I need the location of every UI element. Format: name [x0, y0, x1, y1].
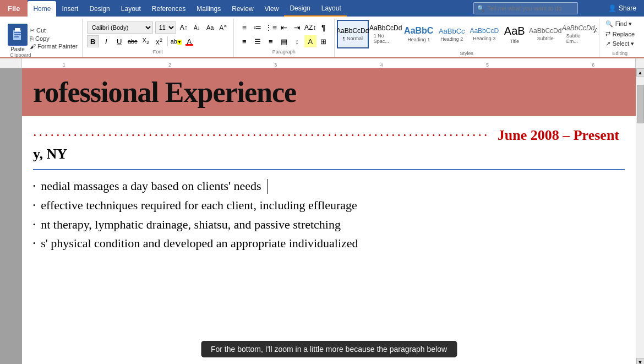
tab-home[interactable]: Home: [28, 1, 56, 17]
scroll-thumb[interactable]: [637, 85, 644, 123]
style-emphasis[interactable]: AaBbCcDd Emphasis: [596, 20, 597, 48]
tab-design[interactable]: Design: [84, 1, 115, 17]
tell-me-box[interactable]: 🔍: [473, 2, 578, 14]
share-button[interactable]: 👤 Share: [601, 0, 644, 17]
svg-rect-4: [14, 36, 19, 37]
style-heading3[interactable]: AaBbCcD Heading 3: [469, 20, 500, 48]
heading-text: rofessional Experience: [33, 77, 296, 108]
font-group: Calibri (Body) 11 A↑ A↓ Aa A✕ B I U abc …: [83, 19, 234, 57]
tab-design2[interactable]: Design: [284, 1, 315, 17]
style-subtle-emphasis[interactable]: AaBbCcDd Subtle Em...: [563, 20, 594, 48]
scroll-track[interactable]: [636, 77, 644, 358]
align-left-button[interactable]: ≡: [238, 35, 250, 47]
search-icon: 🔍: [477, 5, 485, 12]
style-subtitle[interactable]: AaBbCcDd Subtitle: [530, 20, 561, 48]
increase-indent-button[interactable]: ⇥: [291, 21, 303, 34]
superscript-button[interactable]: X2: [153, 35, 165, 47]
style-no-spacing[interactable]: AaBbCcDd 1 No Spac...: [370, 20, 402, 48]
bullet-item-2: • effective techniques required for each…: [33, 197, 625, 214]
bold-button[interactable]: B: [87, 35, 99, 47]
bullet-area: • nedial massages a day based on clients…: [22, 175, 636, 256]
subscript-button[interactable]: X2: [140, 35, 152, 47]
svg-rect-1: [15, 28, 20, 31]
paste-button[interactable]: Paste: [8, 24, 28, 52]
style-heading1[interactable]: AaBbC Heading 1: [403, 20, 435, 48]
bullet-item-4: • s' physical condition and developed an…: [33, 235, 625, 252]
style-heading2[interactable]: AaBbCc Heading 2: [436, 20, 468, 48]
clipboard-group: Paste ✂ Cut ⎘ Copy 🖌 Format Painter Clip…: [3, 19, 83, 57]
font-grow-button[interactable]: A↑: [178, 22, 189, 33]
font-color-button[interactable]: A: [183, 35, 195, 47]
font-group-label: Font: [87, 49, 229, 55]
paste-label: Paste: [10, 46, 25, 52]
svg-rect-3: [14, 34, 21, 35]
find-button[interactable]: 🔍 Find ▾: [604, 20, 636, 28]
styles-group: AaBbCcDd ¶ Normal AaBbCcDd 1 No Spac... …: [335, 19, 599, 57]
clipboard-label: Clipboard: [10, 52, 31, 58]
tab-layout2[interactable]: Layout: [316, 1, 347, 17]
tell-me-input[interactable]: [487, 5, 574, 12]
right-scrollbar[interactable]: ▲ ▼: [636, 68, 644, 364]
tab-view[interactable]: View: [259, 1, 285, 17]
ribbon-tabs: Home Insert Design Layout References Mai…: [28, 0, 346, 17]
paragraph-group-label: Paragraph: [238, 49, 330, 55]
borders-button[interactable]: ⊞: [318, 35, 330, 47]
editing-group-label: Editing: [604, 51, 636, 56]
numbering-button[interactable]: ≔: [252, 21, 264, 34]
decrease-indent-button[interactable]: ⇤: [278, 21, 290, 34]
select-button[interactable]: ↗ Select ▾: [604, 40, 636, 48]
editing-group: 🔍 Find ▾ ⇄ Replace ↗ Select ▾ Editing: [599, 19, 641, 57]
tab-references[interactable]: References: [146, 1, 191, 17]
strikethrough-button[interactable]: abc: [127, 35, 139, 47]
underline-button[interactable]: U: [113, 35, 125, 47]
bullet-item-3: • nt therapy, lymphatic drainage, shiats…: [33, 216, 625, 233]
bullet-item-1: • nedial massages a day based on clients…: [33, 178, 625, 195]
align-right-button[interactable]: ≡: [265, 35, 277, 47]
location-text: y, NY: [22, 144, 636, 165]
italic-button[interactable]: I: [100, 35, 112, 47]
font-shrink-button[interactable]: A↓: [192, 22, 203, 33]
paragraph-group: ≡ ≔ ⋮≡ ⇤ ⇥ AZ↕ ¶ ≡ ☰ ≡ ▤ ↕ A ⊞ Paragraph: [234, 19, 335, 57]
replace-button[interactable]: ⇄ Replace: [604, 30, 636, 38]
text-highlight-button[interactable]: ab▼: [170, 35, 182, 47]
ribbon-body: Paste ✂ Cut ⎘ Copy 🖌 Format Painter Clip…: [0, 17, 644, 58]
font-size-select[interactable]: 11: [155, 21, 176, 34]
scroll-down-button[interactable]: ▼: [636, 358, 645, 364]
align-center-button[interactable]: ☰: [252, 35, 264, 47]
svg-rect-2: [14, 32, 21, 33]
bullets-button[interactable]: ≡: [238, 21, 250, 34]
heading-bar: rofessional Experience: [22, 68, 636, 116]
paste-icon: [12, 27, 24, 42]
sort-button[interactable]: AZ↕: [304, 21, 316, 34]
share-icon: 👤: [608, 4, 616, 12]
styles-group-label: Styles: [337, 51, 597, 56]
file-tab[interactable]: File: [0, 0, 28, 17]
format-painter-button[interactable]: 🖌 Format Painter: [30, 43, 78, 50]
justify-button[interactable]: ▤: [278, 35, 290, 47]
tab-review[interactable]: Review: [226, 1, 259, 17]
show-marks-button[interactable]: ¶: [318, 21, 330, 34]
line-spacing-button[interactable]: ↕: [291, 35, 303, 47]
left-margin-bar: [0, 68, 22, 364]
tooltip: For the bottom, I'll zoom in a little mo…: [201, 341, 457, 357]
style-title[interactable]: AaB Title: [501, 20, 528, 48]
copy-button[interactable]: ⎘ Copy: [30, 35, 78, 42]
date-text: June 2008 – Present: [498, 127, 619, 144]
tab-layout[interactable]: Layout: [116, 1, 146, 17]
date-line: ········································…: [22, 127, 636, 144]
document-page: rofessional Experience ·················…: [22, 68, 636, 364]
clear-formatting-button[interactable]: A✕: [218, 22, 229, 33]
shading-button[interactable]: A: [304, 35, 316, 47]
ruler: 1 2 3 4 5 6: [0, 58, 644, 68]
change-case-button[interactable]: Aa: [205, 22, 216, 33]
multilevel-button[interactable]: ⋮≡: [265, 21, 277, 34]
cut-button[interactable]: ✂ Cut: [30, 27, 78, 34]
scroll-up-button[interactable]: ▲: [636, 68, 645, 77]
tab-mailings[interactable]: Mailings: [191, 1, 226, 17]
tab-insert[interactable]: Insert: [56, 1, 84, 17]
font-name-select[interactable]: Calibri (Body): [87, 21, 153, 34]
style-normal[interactable]: AaBbCcDd ¶ Normal: [337, 20, 369, 48]
